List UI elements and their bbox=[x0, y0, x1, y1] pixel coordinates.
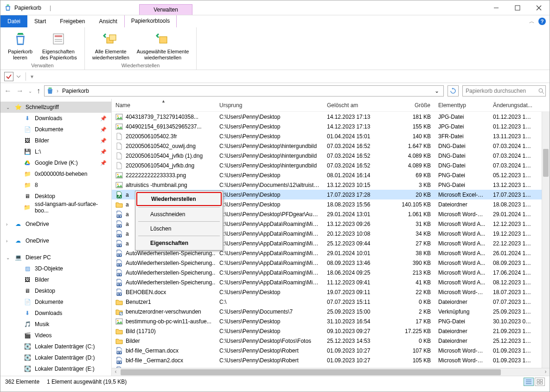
file-deleted: 14.12.2023 17:13 bbox=[323, 123, 397, 130]
table-row[interactable]: 2222222222233333.pngC:\Users\Penny\Deskt… bbox=[112, 170, 550, 180]
column-deleted[interactable]: Gelöscht am bbox=[323, 99, 397, 111]
table-row[interactable]: WAutoWiederherstellen-Speicherung...C:\U… bbox=[112, 277, 550, 287]
ctx-delete[interactable]: Löschen bbox=[136, 223, 222, 235]
nav-downloads[interactable]: ⬇Downloads📌 bbox=[0, 113, 111, 124]
nav-desktop-quick[interactable]: 🖥Desktop bbox=[0, 191, 111, 202]
table-row[interactable]: Wbkf-file _German2.docxC:\Users\Penny\De… bbox=[112, 355, 550, 365]
file-modified: 18.07.2023 17:4... bbox=[489, 289, 536, 296]
column-modified[interactable]: Änderungsdat... bbox=[489, 99, 536, 111]
nav-documents-pc[interactable]: 📄Dokumente bbox=[0, 296, 111, 308]
table-row[interactable]: 404902154_6913452965237...C:\Users\Penny… bbox=[112, 122, 550, 131]
nav-onedrive-2[interactable]: ›☁OneDrive bbox=[0, 235, 111, 246]
scroll-thumb[interactable] bbox=[543, 149, 549, 177]
nav-google-drive[interactable]: Google Drive (K:)📌 bbox=[0, 157, 111, 168]
nav-ssd-folder[interactable]: 📁ssd-langsam-auf-surface-boo... bbox=[0, 202, 111, 213]
breadcrumb[interactable]: Papierkorb bbox=[61, 88, 90, 94]
properties-icon bbox=[51, 31, 66, 47]
manage-tab[interactable]: Verwalten bbox=[139, 4, 192, 15]
column-name[interactable]: Name▲ bbox=[112, 99, 216, 111]
table-row[interactable]: BilderC:\Users\Penny\Desktop\Fotos\Fotos… bbox=[112, 336, 550, 346]
table-row[interactable]: 20200506105404_jvfkb.dngC:\Users\Penny\D… bbox=[112, 161, 550, 170]
table-row[interactable]: WAutoWiederherstellen-Speicherung...C:\U… bbox=[112, 258, 550, 268]
nav-music[interactable]: 🎵Musik bbox=[0, 319, 111, 330]
horizontal-scrollbar[interactable]: ‹ › bbox=[112, 368, 550, 376]
chevron-down-icon[interactable] bbox=[16, 74, 21, 79]
file-modified: 07.03.2024 16:5... bbox=[489, 153, 536, 159]
table-row[interactable]: bestimmung-ob-pc-win11-ausfue...C:\Users… bbox=[112, 316, 550, 326]
nav-fd-folder[interactable]: 📁0x000000fd-beheben bbox=[0, 168, 111, 180]
document-icon: 📄 bbox=[24, 126, 31, 133]
address-box[interactable]: › Papierkorb ⌄ bbox=[44, 85, 444, 96]
tab-view[interactable]: Ansicht bbox=[92, 15, 124, 27]
nav-documents[interactable]: 📄Dokumente📌 bbox=[0, 124, 111, 135]
nav-downloads-pc[interactable]: ⬇Downloads bbox=[0, 308, 111, 319]
ctx-cut[interactable]: Ausschneiden bbox=[136, 208, 222, 220]
nav-quick-access[interactable]: ⌄⭐Schnellzugriff bbox=[0, 102, 111, 113]
select-all-checkbox[interactable] bbox=[4, 72, 13, 81]
table-row[interactable]: altruistics -thumbnail.pngC:\Users\Penny… bbox=[112, 180, 550, 190]
table-row[interactable]: 20200506105404_jvfkb (1).dngC:\Users\Pen… bbox=[112, 151, 550, 161]
maximize-button[interactable] bbox=[507, 0, 528, 15]
tab-start[interactable]: Start bbox=[27, 15, 53, 27]
view-icons-button[interactable] bbox=[535, 378, 545, 386]
nav-l-drive[interactable]: 💾L:\📌 bbox=[0, 146, 111, 157]
tab-file[interactable]: Datei bbox=[0, 15, 27, 27]
tab-share[interactable]: Freigeben bbox=[53, 15, 92, 27]
nav-desktop-pc[interactable]: 🖥Desktop bbox=[0, 285, 111, 296]
nav-videos[interactable]: 🎬Videos bbox=[0, 330, 111, 341]
table-row[interactable]: Wcopy-on-write _German.docxC:\Users\Penn… bbox=[112, 365, 550, 368]
ctx-properties[interactable]: Eigenschaften bbox=[136, 237, 222, 249]
file-type: Microsoft Word-D... bbox=[435, 357, 489, 364]
minimize-button[interactable] bbox=[486, 0, 507, 15]
nav-3d-objects[interactable]: ▨3D-Objekte bbox=[0, 263, 111, 274]
restore-selected-button[interactable]: Ausgewählte Elemente wiederherstellen bbox=[133, 29, 193, 63]
search-input[interactable] bbox=[466, 88, 535, 94]
nav-d-drive[interactable]: 💽Lokaler Datenträger (D:) bbox=[0, 352, 111, 363]
nav-onedrive-1[interactable]: ›☁OneDrive bbox=[0, 218, 111, 230]
address-dropdown[interactable]: ⌄ bbox=[432, 88, 441, 94]
table-row[interactable]: 20200506105402_ouwlj.dngC:\Users\Penny\D… bbox=[112, 141, 550, 151]
help-icon[interactable]: ? bbox=[538, 18, 546, 25]
close-button[interactable] bbox=[528, 0, 550, 15]
file-type: Microsoft Excel-A... bbox=[435, 192, 489, 198]
table-row[interactable]: 404318739_713279140358...C:\Users\Penny\… bbox=[112, 112, 550, 122]
column-origin[interactable]: Ursprung bbox=[216, 99, 323, 111]
search-box[interactable] bbox=[462, 85, 546, 96]
forward-button[interactable]: → bbox=[16, 87, 24, 95]
file-size: 181 KB bbox=[397, 114, 435, 120]
recycle-bin-properties-button[interactable]: Eigenschaften des Papierkorbs bbox=[36, 29, 81, 63]
restore-all-button[interactable]: Alle Elemente wiederherstellen bbox=[89, 29, 133, 63]
refresh-button[interactable] bbox=[448, 85, 459, 96]
table-row[interactable]: 20200506105402.3frC:\Users\Penny\Desktop… bbox=[112, 131, 550, 141]
table-row[interactable]: benutzerordner-verschwundenC:\Users\Penn… bbox=[112, 307, 550, 316]
quick-dropdown[interactable]: ▾ bbox=[31, 73, 33, 80]
table-row[interactable]: Benutzer1C:\07.07.2023 15:110 KBDateiord… bbox=[112, 297, 550, 307]
table-row[interactable]: WBEHOBEN.docxC:\Users\Penny\Desktop19.07… bbox=[112, 287, 550, 297]
nav-pictures[interactable]: 🖼Bilder📌 bbox=[0, 135, 111, 146]
up-button[interactable]: ↑ bbox=[37, 87, 40, 95]
view-details-button[interactable] bbox=[524, 378, 534, 386]
back-button[interactable]: ← bbox=[4, 87, 12, 95]
column-type[interactable]: Elementtyp bbox=[435, 99, 489, 111]
recent-dropdown[interactable]: ⌄ bbox=[28, 89, 32, 94]
table-row[interactable]: Wbkf-file_German.docxC:\Users\Penny\Desk… bbox=[112, 346, 550, 355]
nav-c-drive[interactable]: 💽Lokaler Datenträger (C:) bbox=[0, 341, 111, 352]
empty-recycle-bin-button[interactable]: Papierkorb leeren bbox=[4, 29, 36, 63]
ctx-restore[interactable]: Wiederherstellen bbox=[136, 192, 222, 206]
table-row[interactable]: Bild (11710)C:\Users\Penny\Desktop09.10.… bbox=[112, 326, 550, 336]
scroll-thumb[interactable] bbox=[121, 369, 501, 375]
file-modified: 18.08.2023 11:0... bbox=[489, 201, 536, 208]
nav-e-drive[interactable]: 💽Lokaler Datenträger (E:) bbox=[0, 363, 111, 374]
drive-icon: 💽 bbox=[24, 365, 31, 373]
column-size[interactable]: Größe bbox=[397, 99, 435, 111]
nav-pictures-pc[interactable]: 🖼Bilder bbox=[0, 274, 111, 285]
navigation-pane[interactable]: ⌄⭐Schnellzugriff ⬇Downloads📌 📄Dokumente📌… bbox=[0, 99, 112, 376]
tab-recyclebin-tools[interactable]: Papierkorbtools bbox=[124, 15, 177, 27]
video-icon: 🎬 bbox=[24, 332, 31, 339]
nav-8-folder[interactable]: 📁8 bbox=[0, 180, 111, 191]
table-row[interactable]: WAutoWiederherstellen-Speicherung...C:\U… bbox=[112, 268, 550, 277]
chevron-up-icon[interactable]: ︿ bbox=[529, 18, 535, 26]
nav-this-pc[interactable]: ⌄💻Dieser PC bbox=[0, 252, 111, 263]
vertical-scrollbar[interactable] bbox=[542, 112, 550, 368]
xls-icon: X bbox=[115, 191, 123, 199]
